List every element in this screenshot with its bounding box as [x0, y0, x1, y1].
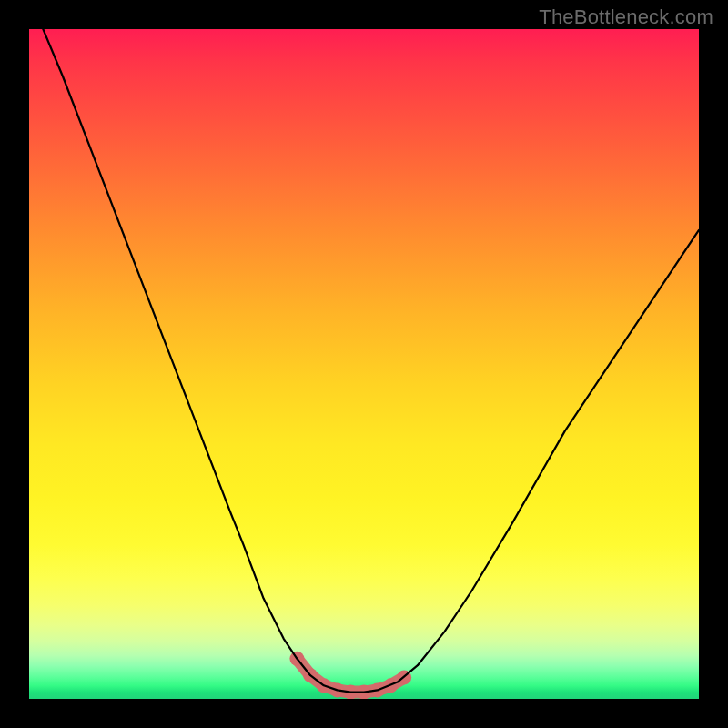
chart-svg: [29, 29, 699, 699]
watermark-text: TheBottleneck.com: [539, 5, 713, 29]
chart-frame: TheBottleneck.com: [0, 0, 728, 728]
bottleneck-curve: [29, 29, 699, 693]
plot-area: [29, 29, 699, 699]
